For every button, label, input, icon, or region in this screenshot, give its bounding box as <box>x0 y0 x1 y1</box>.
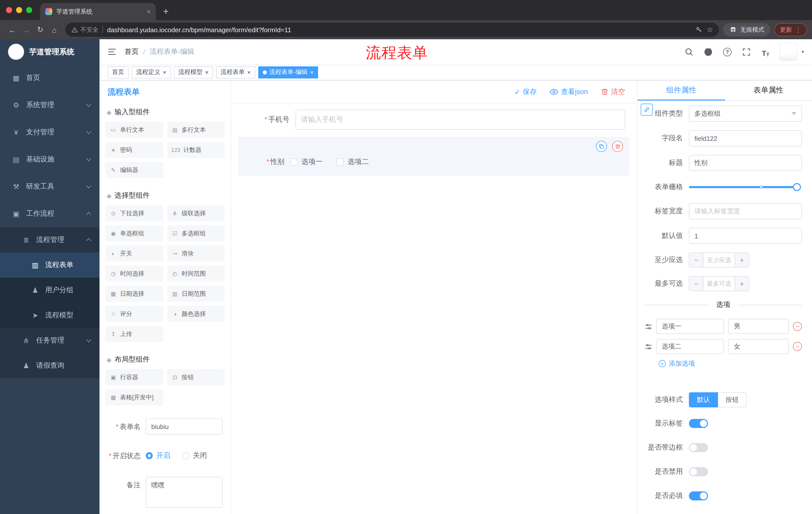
search-icon[interactable] <box>684 46 694 57</box>
slider-handle[interactable] <box>793 183 801 191</box>
drag-handle-icon[interactable] <box>645 343 652 350</box>
tag-close-icon[interactable]: × <box>205 69 208 75</box>
option-label-input[interactable]: 选项一 <box>656 319 724 334</box>
option-label-input[interactable]: 选项二 <box>656 339 724 354</box>
tab-tag[interactable]: 流程定义 × <box>132 66 171 78</box>
min-select-input[interactable]: 至少应选 <box>703 253 735 267</box>
remove-option-button[interactable]: − <box>793 342 802 351</box>
view-json-button[interactable]: 查看json <box>550 87 588 96</box>
canvas-field-gender-selected[interactable]: *性别 选项一 <box>238 137 629 176</box>
stepper-minus-button[interactable]: − <box>689 253 703 267</box>
tag-close-icon[interactable]: × <box>310 69 314 75</box>
security-indicator[interactable]: 不安全 <box>71 25 98 34</box>
hamburger-icon[interactable] <box>108 47 117 56</box>
tab-tag[interactable]: 流程表单 × <box>216 66 255 78</box>
sidebar-item[interactable]: ➤ 流程模型 <box>0 303 99 328</box>
toggle-switch[interactable] <box>689 467 708 476</box>
sidebar-item[interactable]: ▣ 工作流程 <box>0 200 99 227</box>
sidebar-item[interactable]: ▤ 基础设施 <box>0 146 99 173</box>
minimize-window-button[interactable] <box>16 7 22 13</box>
component-button[interactable]: ✎ 编辑器 <box>106 162 163 178</box>
segmented-option[interactable]: 按钮 <box>718 392 747 407</box>
sidebar-logo[interactable]: 芋道管理系统 <box>0 39 99 64</box>
browser-update-button[interactable]: 更新 ⋮ <box>774 23 807 36</box>
component-button[interactable]: ⊙ 下拉选择 <box>106 205 163 221</box>
option-value-input[interactable]: 男 <box>728 319 789 334</box>
sidebar-item[interactable]: ▥ 流程表单 <box>0 252 99 278</box>
default-value-input[interactable]: 1 <box>689 228 802 244</box>
font-size-icon[interactable]: TT <box>760 46 771 57</box>
drag-handle-icon[interactable] <box>645 323 652 330</box>
tab-tag[interactable]: 流程表单-编辑 × <box>258 66 318 78</box>
radio-status-on[interactable]: 开启 <box>146 451 170 460</box>
github-icon[interactable] <box>703 46 713 57</box>
sidebar-item[interactable]: ♟ 用户分组 <box>0 278 99 303</box>
component-button[interactable]: ◴ 时间范围 <box>167 266 225 282</box>
remove-option-button[interactable]: − <box>793 322 802 331</box>
title-input[interactable]: 性别 <box>689 155 802 171</box>
stepper-minus-button[interactable]: − <box>689 277 703 291</box>
stepper-plus-button[interactable]: + <box>735 253 749 267</box>
component-button[interactable]: ⋔ 级联选择 <box>167 205 225 221</box>
component-button[interactable]: ▦ 表格[开发中] <box>106 389 163 405</box>
tab-tag[interactable]: 首页 × <box>108 66 128 78</box>
bookmark-star-icon[interactable]: ☆ <box>707 26 713 34</box>
component-button[interactable]: ↥ 上传 <box>106 326 163 342</box>
component-button[interactable]: ◉ 单选框组 <box>106 225 163 241</box>
field-name-input[interactable]: field122 <box>689 130 802 146</box>
form-name-input[interactable]: biubiu <box>146 418 223 435</box>
delete-field-button[interactable] <box>612 141 623 152</box>
home-button[interactable]: ⌂ <box>47 23 61 37</box>
max-select-input[interactable]: 最多可选 <box>703 277 735 291</box>
tag-close-icon[interactable]: × <box>163 69 166 75</box>
help-icon[interactable]: ? <box>722 46 732 57</box>
component-button[interactable]: ☆ 评分 <box>106 306 163 322</box>
tag-close-icon[interactable]: × <box>247 69 251 75</box>
sidebar-item[interactable]: ⋔ 任务管理 <box>0 328 99 353</box>
label-width-input[interactable]: 请输入标签宽度 <box>689 203 802 219</box>
back-button[interactable]: ← <box>5 23 19 37</box>
breadcrumb-home[interactable]: 首页 <box>125 47 139 56</box>
forward-button[interactable]: → <box>19 23 33 37</box>
close-window-button[interactable] <box>6 7 12 13</box>
add-option-button[interactable]: + 添加选项 <box>659 359 802 368</box>
component-button[interactable]: ▭ 单行文本 <box>106 122 163 138</box>
toggle-switch[interactable] <box>689 443 708 452</box>
zoom-window-button[interactable] <box>26 7 32 13</box>
component-button[interactable]: ⊸ 滑块 <box>167 245 225 262</box>
canvas-field-phone[interactable]: *手机号 请输入手机号 <box>243 110 625 130</box>
link-button[interactable] <box>641 104 653 116</box>
stepper-plus-button[interactable]: + <box>735 277 749 291</box>
browser-tab[interactable]: 芋道管理系统 × <box>40 3 156 20</box>
toggle-switch[interactable] <box>689 419 708 428</box>
component-button[interactable]: ▦ 日期选择 <box>106 286 163 302</box>
clear-button[interactable]: 清空 <box>601 87 625 96</box>
component-button[interactable]: ▣ 行容器 <box>106 369 163 385</box>
sidebar-item[interactable]: ▦ 首页 <box>0 64 99 91</box>
user-avatar[interactable] <box>780 43 798 61</box>
avatar-caret-icon[interactable]: ▾ <box>802 49 804 54</box>
component-button[interactable]: 123 计数器 <box>167 142 225 158</box>
radio-status-off[interactable]: 关闭 <box>182 451 207 460</box>
checkbox-option[interactable]: 选项二 <box>337 157 369 166</box>
tab-tag[interactable]: 流程模型 × <box>174 66 213 78</box>
component-button[interactable]: ▥ 日期范围 <box>167 286 225 302</box>
toggle-switch[interactable] <box>689 491 708 501</box>
save-button[interactable]: ✓ 保存 <box>514 87 536 96</box>
tab-close-icon[interactable]: × <box>147 8 151 15</box>
new-tab-button[interactable]: + <box>159 4 173 19</box>
component-type-select[interactable]: 多选框组 <box>689 106 802 122</box>
phone-input[interactable]: 请输入手机号 <box>295 110 625 130</box>
sidebar-item[interactable]: ¥ 支付管理 <box>0 119 99 146</box>
checkbox-icon[interactable] <box>337 158 344 165</box>
form-grid-slider[interactable] <box>689 186 797 188</box>
sidebar-item[interactable]: ≣ 流程管理 <box>0 227 99 252</box>
sidebar-item[interactable]: ⚙ 系统管理 <box>0 91 99 119</box>
component-button[interactable]: ▤ 多行文本 <box>167 122 225 138</box>
option-value-input[interactable]: 女 <box>728 339 789 354</box>
sidebar-item[interactable]: ♟ 请假查询 <box>0 353 99 378</box>
fullscreen-icon[interactable] <box>742 46 751 57</box>
checkbox-icon[interactable] <box>290 158 297 165</box>
component-button[interactable]: ☑ 多选框组 <box>167 225 225 241</box>
component-button[interactable]: ◐ 开关 <box>106 245 163 262</box>
